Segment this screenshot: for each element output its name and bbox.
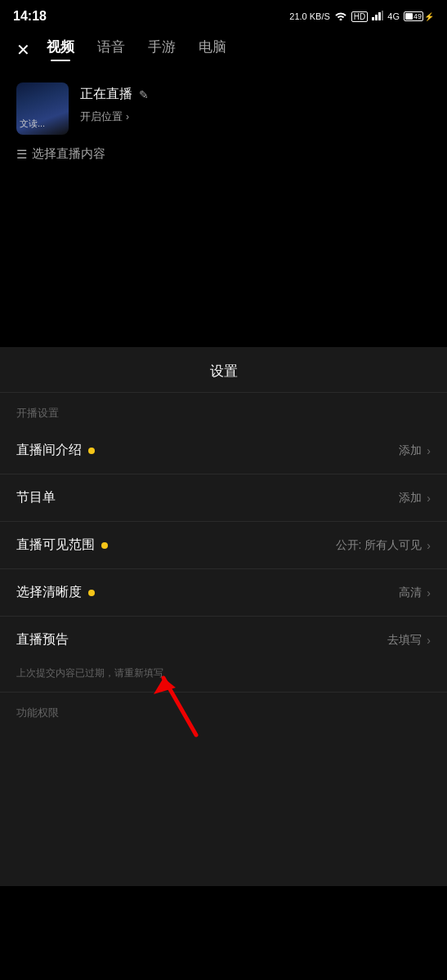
hd-badge: HD — [351, 11, 368, 22]
wifi-icon — [334, 11, 347, 22]
preview-left: 直播预告 — [16, 631, 69, 648]
status-time: 14:18 — [13, 9, 47, 24]
live-setup-area: 文读... 正在直播 ✎ 开启位置 › ☰ 选择直播内容 — [0, 69, 447, 347]
top-nav: ✕ 视频 语音 手游 电脑 — [0, 29, 447, 69]
settings-item-preview[interactable]: 直播预告 去填写 › — [0, 617, 447, 663]
select-content-label: 选择直播内容 — [32, 146, 105, 162]
tab-mobile-game[interactable]: 手游 — [148, 38, 176, 61]
location-label: 开启位置 — [80, 109, 123, 124]
select-content-button[interactable]: ☰ 选择直播内容 — [16, 146, 431, 162]
location-arrow: › — [126, 111, 129, 122]
room-intro-dot — [88, 448, 95, 454]
preview-chevron: › — [427, 634, 431, 647]
quality-chevron: › — [427, 586, 431, 599]
settings-title: 设置 — [0, 347, 447, 393]
room-intro-chevron: › — [427, 444, 431, 457]
visibility-right: 公开: 所有人可见 › — [336, 538, 431, 553]
signal-icon — [372, 11, 383, 22]
visibility-dot — [101, 542, 108, 549]
avatar-label: 文读... — [20, 118, 45, 130]
tab-pc[interactable]: 电脑 — [199, 38, 226, 61]
menu-icon: ☰ — [16, 147, 27, 162]
program-list-right: 添加 › — [399, 491, 431, 506]
visibility-value: 公开: 所有人可见 — [336, 538, 422, 553]
section-permissions-label: 功能权限 — [0, 693, 447, 727]
svg-rect-1 — [375, 15, 378, 20]
preview-value: 去填写 — [387, 633, 422, 648]
nav-tabs: 视频 语音 手游 电脑 — [47, 38, 431, 61]
program-list-chevron: › — [427, 492, 431, 505]
profile-info: 正在直播 ✎ 开启位置 › — [80, 82, 149, 124]
room-intro-right: 添加 › — [399, 443, 431, 458]
svg-rect-0 — [372, 17, 374, 20]
tab-audio[interactable]: 语音 — [97, 38, 125, 61]
status-bar: 14:18 21.0 KB/S HD 4G 49 ⚡ — [0, 0, 447, 29]
quality-dot — [88, 590, 95, 596]
settings-item-room-intro[interactable]: 直播间介绍 添加 › — [0, 427, 447, 474]
close-button[interactable]: ✕ — [16, 40, 30, 60]
settings-panel: 设置 开播设置 直播间介绍 添加 › 节目单 添加 › 直播可见范围 公开: 所… — [0, 347, 447, 886]
room-intro-left: 直播间介绍 — [16, 442, 95, 459]
status-icons: 21.0 KB/S HD 4G 49 ⚡ — [289, 11, 434, 22]
battery-value: 49 — [413, 12, 422, 20]
avatar: 文读... — [16, 82, 69, 135]
settings-item-visibility[interactable]: 直播可见范围 公开: 所有人可见 › — [0, 522, 447, 569]
preview-sub-text: 上次提交内容已过期，请重新填写 — [0, 663, 447, 693]
edit-title-icon[interactable]: ✎ — [139, 88, 149, 101]
visibility-left: 直播可见范围 — [16, 537, 108, 554]
location-button[interactable]: 开启位置 › — [80, 109, 149, 124]
settings-item-program-list[interactable]: 节目单 添加 › — [0, 474, 447, 522]
network-speed-icon: 21.0 KB/S — [289, 11, 330, 21]
svg-rect-3 — [382, 11, 383, 20]
program-list-left: 节目单 — [16, 489, 56, 506]
quality-value: 高清 — [399, 586, 422, 600]
tab-video[interactable]: 视频 — [47, 38, 74, 61]
quality-label: 选择清晰度 — [16, 584, 82, 601]
live-status-row: 正在直播 ✎ — [80, 86, 149, 103]
visibility-label: 直播可见范围 — [16, 537, 95, 554]
program-list-label: 节目单 — [16, 489, 56, 506]
preview-label: 直播预告 — [16, 631, 69, 648]
room-intro-value: 添加 — [399, 443, 422, 458]
visibility-chevron: › — [427, 539, 431, 552]
section-broadcast-settings-label: 开播设置 — [0, 393, 447, 427]
svg-rect-2 — [378, 12, 381, 20]
live-status-text: 正在直播 — [80, 86, 132, 103]
program-list-value: 添加 — [399, 491, 422, 506]
live-profile: 文读... 正在直播 ✎ 开启位置 › — [16, 82, 431, 135]
room-intro-label: 直播间介绍 — [16, 442, 82, 459]
preview-right: 去填写 › — [387, 633, 431, 648]
quality-right: 高清 › — [399, 586, 431, 600]
battery-icon: 49 ⚡ — [404, 11, 434, 21]
settings-item-quality[interactable]: 选择清晰度 高清 › — [0, 569, 447, 617]
quality-left: 选择清晰度 — [16, 584, 95, 601]
network-type: 4G — [387, 11, 400, 21]
